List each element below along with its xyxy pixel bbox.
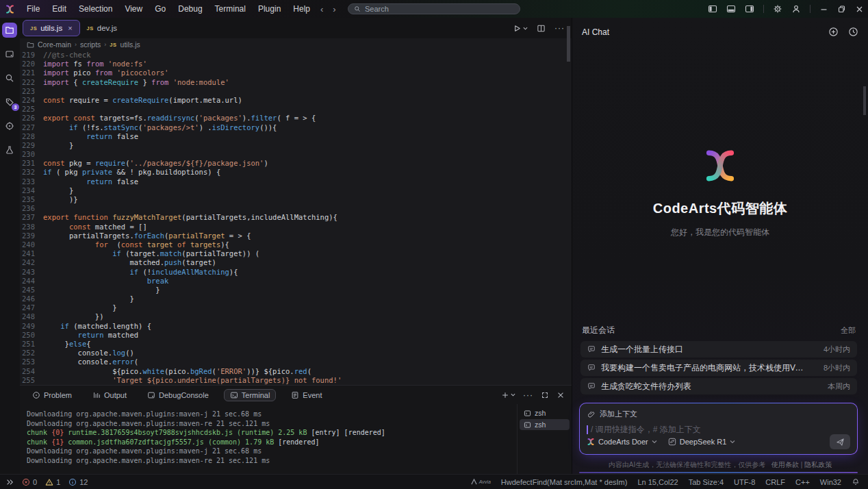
privacy-link[interactable]: 隐私政策 [804, 461, 832, 468]
send-button[interactable] [830, 434, 850, 449]
tab-dev.js[interactable]: JSdev.js [80, 20, 124, 36]
breadcrumb-item[interactable]: utils.js [120, 40, 140, 49]
code-line: 245 } [20, 286, 572, 294]
add-context-button[interactable]: 添加上下文 [600, 409, 637, 419]
status-platform[interactable]: Win32 [820, 478, 841, 486]
forward-icon[interactable]: › [333, 4, 335, 14]
line-number: 224 [20, 96, 43, 105]
code-editor[interactable]: 219//@ts-check220import fs from 'node:fs… [20, 51, 572, 385]
menu-item-terminal[interactable]: Terminal [209, 0, 252, 18]
status-language[interactable]: C++ [795, 478, 810, 486]
menu-item-go[interactable]: Go [149, 0, 172, 18]
errors-indicator[interactable]: 0 [22, 478, 37, 486]
status-eol[interactable]: CRLF [765, 478, 785, 486]
history-icon[interactable] [848, 27, 858, 37]
code-line: 233 return false [20, 177, 572, 186]
code-line: 222import { createRequire } from 'node:m… [20, 78, 572, 87]
conversation-time: 8小时内 [824, 363, 850, 373]
account-icon[interactable] [791, 4, 801, 14]
terminal-line: Downloading org.apache.maven.plugins:mav… [27, 447, 517, 456]
terminal-session-zsh[interactable]: zsh [520, 408, 570, 418]
notifications-bell-icon[interactable] [852, 478, 860, 486]
panel-tab-event[interactable]: Event [285, 390, 327, 401]
warning-count: 1 [56, 478, 60, 486]
warnings-indicator[interactable]: 1 [45, 478, 60, 486]
code-text: import fs from 'node:fs' [43, 60, 147, 68]
maximize-panel-icon[interactable] [541, 391, 549, 399]
model-selector[interactable]: DeepSeek R1 [668, 438, 736, 446]
search-input[interactable]: Search [348, 3, 520, 14]
code-text: break [43, 277, 168, 286]
terms-link[interactable]: 使用条款 [771, 461, 799, 468]
menu-item-selection[interactable]: Selection [73, 0, 118, 18]
back-icon[interactable]: ‹ [320, 4, 323, 14]
split-editor-icon[interactable] [537, 24, 546, 33]
search-activity-button[interactable] [2, 71, 17, 86]
code-text: return matched [43, 331, 138, 340]
panel-tab-problem[interactable]: Problem [27, 390, 77, 401]
conversation-item[interactable]: 生成一个批量上传接口4小时内 [580, 341, 857, 358]
remote-indicator-icon[interactable] [5, 478, 14, 486]
conversation-item[interactable]: 我要构建一个售卖电子产品的电商网站，技术栈使用Vue 3 + Element U… [580, 360, 857, 376]
chat-scrollbar[interactable] [863, 86, 866, 115]
line-number: 237 [20, 213, 43, 222]
panel-tab-terminal[interactable]: Terminal [224, 389, 277, 401]
new-chat-icon[interactable] [828, 27, 839, 37]
info-icon [68, 478, 77, 486]
debug-activity-button[interactable] [2, 118, 17, 134]
menu-item-help[interactable]: Help [287, 0, 316, 18]
panel-tab-debugconsole[interactable]: DebugConsole [142, 390, 214, 401]
editor-layout-activity-button[interactable] [2, 47, 17, 62]
layout-panel-icon[interactable] [726, 4, 736, 14]
status-tab-size[interactable]: Tab Size:4 [689, 478, 724, 486]
close-tab-icon[interactable]: × [68, 24, 72, 32]
breadcrumb-item[interactable]: scripts [80, 40, 101, 49]
panel-tab-output[interactable]: Output [87, 390, 132, 401]
chat-input-card[interactable]: 添加上下文 / 调用快捷指令，# 添加上下文 CodeArts Doer Dee… [579, 403, 858, 455]
recent-conversations: 最近会话 全部 生成一个批量上传接口4小时内我要构建一个售卖电子产品的电商网站，… [580, 325, 857, 397]
hero-subtitle: 您好，我是您的代码智能体 [572, 227, 868, 238]
status-symbol[interactable]: HwdefectFind(Mat srcIm,Mat * desIm) [501, 478, 628, 486]
line-number: 241 [20, 249, 43, 258]
codearts-hero-logo [701, 147, 739, 185]
line-number: 225 [20, 105, 43, 114]
close-panel-icon[interactable] [557, 391, 565, 399]
infos-indicator[interactable]: 12 [68, 478, 88, 486]
panel-tab-label: Event [303, 391, 322, 399]
status-encoding[interactable]: UTF-8 [734, 478, 755, 486]
code-line: 244 break [20, 277, 572, 286]
tab-utils.js[interactable]: JSutils.js× [23, 20, 80, 36]
run-button[interactable] [513, 24, 528, 33]
recent-all-link[interactable]: 全部 [841, 325, 856, 336]
menu-item-file[interactable]: File [21, 0, 46, 18]
terminal-session-zsh[interactable]: zsh [520, 419, 570, 430]
explorer-activity-button[interactable] [2, 23, 17, 38]
minimize-button[interactable] [819, 5, 828, 14]
tab-label: dev.js [97, 24, 117, 32]
info-count: 12 [79, 478, 88, 486]
layout-sidebar-left-icon[interactable] [708, 4, 717, 14]
layout-sidebar-right-icon[interactable] [745, 4, 754, 14]
menu-item-plugin[interactable]: Plugin [252, 0, 287, 18]
code-text: return false [43, 132, 138, 141]
test-flask-activity-button[interactable] [2, 142, 17, 158]
conversation-item[interactable]: 生成贪吃蛇文件待办列表本周内 [580, 378, 857, 394]
restore-button[interactable] [837, 5, 846, 14]
code-line: 227 if (!fs.statSync('packages/>t') .isD… [20, 123, 572, 132]
more-actions-icon[interactable]: ··· [523, 390, 533, 400]
activity-bar: 3 [0, 18, 19, 474]
editor-scrollbar[interactable] [567, 26, 570, 62]
agent-selector[interactable]: CodeArts Doer [587, 438, 657, 446]
menu-item-debug[interactable]: Debug [172, 0, 208, 18]
status-cursor-position[interactable]: Ln 15,Col22 [637, 478, 678, 486]
more-actions-icon[interactable]: ··· [554, 23, 565, 33]
menu-item-edit[interactable]: Edit [46, 0, 73, 18]
terminal-output[interactable]: Downloading org.apache.maven.plugins:mav… [20, 404, 517, 474]
menu-item-view[interactable]: View [118, 0, 149, 18]
tags-activity-button[interactable]: 3 [2, 95, 17, 110]
settings-gear-icon[interactable] [773, 4, 782, 14]
new-terminal-button[interactable] [501, 391, 515, 399]
breadcrumb-item[interactable]: Core-main [38, 40, 71, 49]
folder-icon [27, 41, 34, 49]
close-button[interactable] [855, 5, 864, 14]
